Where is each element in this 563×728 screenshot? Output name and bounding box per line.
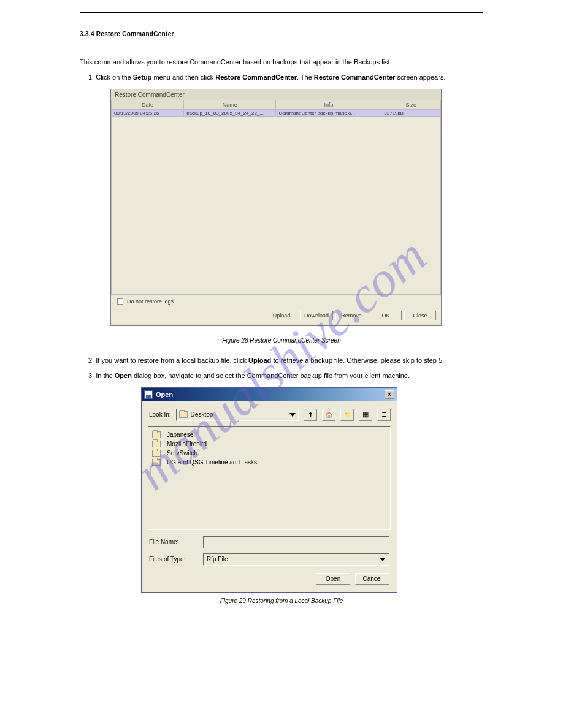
look-in-label-text: Look In: [149, 411, 171, 418]
open-bottom-grid: File Name: Files of Type: Rfp File [142, 530, 397, 569]
open-dialog-titlebar: Open × [142, 388, 397, 401]
col-info: Info [276, 100, 381, 109]
folder-icon [152, 441, 161, 447]
look-in-label: Look In: [149, 411, 171, 418]
ok-button[interactable]: OK [370, 311, 402, 320]
step-1: 1. Click on the Setup menu and then clic… [80, 73, 483, 82]
restore-dialog-title: Restore CommandCenter [111, 89, 441, 100]
intro-text: This command allows you to restore Comma… [80, 58, 483, 67]
list-item-label: MozillaFirebird [167, 441, 207, 447]
step-3-prefix: 3. In the [88, 372, 115, 379]
files-of-type-combobox[interactable]: Rfp File [203, 553, 389, 566]
look-in-combobox[interactable]: Desktop [176, 409, 299, 421]
section-underline [80, 39, 226, 39]
list-item[interactable]: Japanese [152, 430, 386, 439]
dialog-icon [144, 390, 153, 399]
restore-buttons-row: Upload Download Remove OK Close [111, 308, 441, 325]
open-dialog-title: Open [156, 391, 173, 398]
restore-checkbox-row: Do not restore logs. [111, 295, 441, 308]
close-icon[interactable]: × [385, 390, 394, 399]
list-view-button[interactable] [377, 409, 391, 421]
chevron-down-icon [380, 558, 386, 561]
home-button[interactable] [322, 409, 335, 421]
list-item-label: ServSwitch [167, 450, 197, 457]
open-dialog-screenshot: Open × Look In: Desktop Japanese Mozil [141, 387, 397, 593]
step-1-mid-b: . The [297, 74, 314, 81]
step-2-prefix: 2. If you want to restore from a local b… [88, 357, 248, 364]
step-3-end: dialog box, navigate to and select the C… [132, 372, 410, 379]
step-3: 3. In the Open dialog box, navigate to a… [80, 371, 483, 381]
step-2-end: to retrieve a backup file. Otherwise, pl… [271, 357, 444, 364]
restore-table-body [111, 117, 441, 295]
files-of-type-value: Rfp File [207, 556, 228, 563]
restore-commandcenter-screenshot: Restore CommandCenter Date Name Info Siz… [110, 89, 442, 326]
open-dialog-buttons: Open Cancel [142, 569, 397, 592]
restore-logs-label: Do not restore logs. [127, 298, 175, 305]
section-number: 3.3.4 Restore CommandCenter [80, 31, 483, 37]
cell-size: 33719kB [381, 109, 441, 116]
open-top-row: Look In: Desktop [142, 401, 397, 426]
figure-28-caption: Figure 28 Restore CommandCenter Screen [80, 337, 483, 344]
cell-date: 03/18/2005 04:26:26 [112, 109, 184, 116]
table-header-row: Date Name Info Size [112, 100, 441, 109]
grid-view-button[interactable] [359, 409, 372, 421]
cell-name: backup_18_03_2005_04_24_22_... [184, 109, 276, 116]
step-1-end: screen appears. [396, 74, 446, 81]
cell-info: CommandCenter backup made o... [276, 109, 381, 116]
col-date: Date [112, 100, 184, 109]
step-2: 2. If you want to restore from a local b… [80, 356, 483, 365]
download-button[interactable]: Download [300, 311, 333, 320]
restore-backup-table: Date Name Info Size 03/18/2005 04:26:26 … [111, 100, 441, 117]
close-button[interactable]: Close [404, 311, 436, 320]
header-rule [80, 12, 483, 13]
step-1-bold-a: Setup [133, 74, 152, 81]
folder-icon [179, 411, 188, 418]
list-item[interactable]: ServSwitch [152, 449, 386, 458]
remove-button[interactable]: Remove [335, 311, 367, 320]
list-item[interactable]: UG and QSG Timeline and Tasks [152, 458, 386, 467]
file-name-input[interactable] [203, 536, 389, 548]
list-item-label: Japanese [167, 431, 193, 438]
upload-button[interactable]: Upload [266, 311, 297, 320]
folder-icon [152, 450, 161, 457]
step-1-bold-b: Restore CommandCenter [215, 74, 297, 81]
restore-logs-checkbox[interactable] [117, 298, 123, 305]
look-in-value: Desktop [191, 411, 213, 418]
new-folder-button[interactable] [340, 409, 354, 421]
cancel-button[interactable]: Cancel [355, 573, 389, 585]
open-button[interactable]: Open [316, 573, 350, 585]
chevron-down-icon [289, 413, 296, 417]
file-name-label: File Name: [149, 539, 199, 545]
file-list-pane[interactable]: Japanese MozillaFirebird ServSwitch UG a… [148, 426, 391, 530]
list-item-label: UG and QSG Timeline and Tasks [167, 459, 257, 466]
step-1-mid-a: menu and then click [151, 74, 215, 81]
up-folder-button[interactable] [304, 409, 317, 421]
files-of-type-label: Files of Type: [149, 556, 199, 563]
figure-29-caption: Figure 29 Restoring from a Local Backup … [80, 597, 483, 604]
folder-icon [152, 431, 161, 438]
folder-icon [152, 459, 161, 466]
step-3-bold: Open [115, 372, 132, 379]
list-item[interactable]: MozillaFirebird [152, 439, 386, 449]
step-1-bold-c: Restore CommandCenter [314, 74, 396, 81]
table-row[interactable]: 03/18/2005 04:26:26 backup_18_03_2005_04… [112, 109, 441, 116]
col-size: Size [381, 100, 441, 109]
col-name: Name [184, 100, 276, 109]
step-1-prefix: 1. Click on the [88, 74, 133, 81]
step-2-bold: Upload [248, 357, 271, 364]
